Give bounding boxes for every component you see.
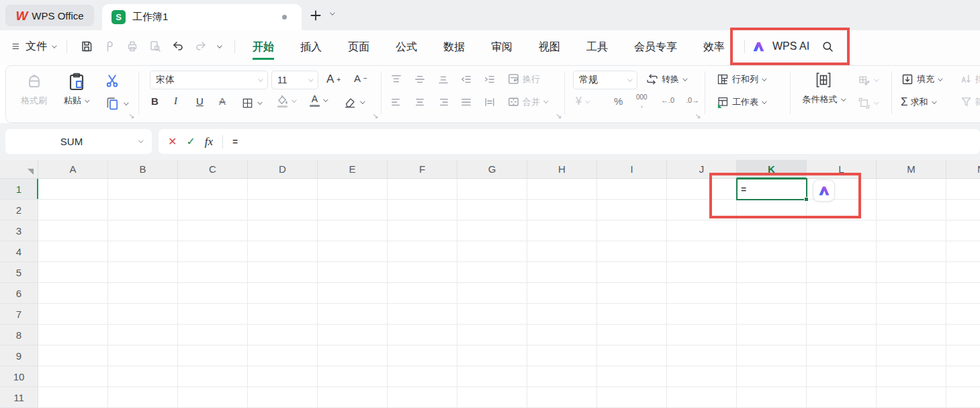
save-button[interactable]	[79, 39, 94, 54]
cell-D4[interactable]	[248, 241, 318, 262]
cell-C4[interactable]	[178, 241, 248, 262]
formula-input[interactable]: ✕ ✓ fx =	[159, 129, 980, 154]
column-header-H[interactable]: H	[527, 160, 597, 179]
distributed-button[interactable]	[484, 97, 496, 108]
row-header-2[interactable]: 2	[0, 200, 38, 220]
cell-K3[interactable]	[737, 220, 807, 241]
undo-button[interactable]	[171, 39, 185, 54]
cell-G1[interactable]	[457, 179, 527, 200]
cell-K2[interactable]	[737, 200, 807, 220]
decrease-font-size-button[interactable]: A−	[354, 73, 367, 84]
clear-button[interactable]	[343, 95, 364, 109]
merge-cells-button[interactable]: 合并	[507, 95, 547, 108]
increase-decimal-button[interactable]: .0→	[686, 97, 699, 105]
cell-J3[interactable]	[667, 220, 737, 241]
cell-K7[interactable]	[737, 304, 807, 325]
cell-F9[interactable]	[388, 345, 457, 366]
cell-F8[interactable]	[388, 325, 457, 345]
increase-font-size-button[interactable]: A+	[326, 73, 341, 86]
cell-style-button[interactable]	[858, 97, 878, 110]
cell-E6[interactable]	[318, 283, 388, 304]
name-box[interactable]: SUM	[5, 129, 152, 154]
cell-F7[interactable]	[388, 304, 457, 325]
cell-K4[interactable]	[737, 241, 807, 262]
cell-M7[interactable]	[877, 304, 946, 325]
cell-C6[interactable]	[178, 283, 248, 304]
cell-J8[interactable]	[667, 325, 737, 345]
column-header-B[interactable]: B	[108, 160, 178, 179]
cell-L10[interactable]	[807, 366, 877, 387]
decrease-indent-button[interactable]	[460, 74, 472, 85]
column-header-A[interactable]: A	[38, 160, 108, 179]
borders-button[interactable]	[241, 97, 261, 110]
cell-J5[interactable]	[667, 262, 737, 283]
cell-G9[interactable]	[457, 345, 527, 366]
cell-E3[interactable]	[318, 220, 388, 241]
cell-C7[interactable]	[178, 304, 248, 325]
cell-G4[interactable]	[457, 241, 527, 262]
cell-F4[interactable]	[388, 241, 457, 262]
cancel-entry-button[interactable]: ✕	[168, 136, 177, 147]
cell-K6[interactable]	[737, 283, 807, 304]
cell-G11[interactable]	[457, 387, 527, 408]
cell-K8[interactable]	[737, 325, 807, 345]
decrease-decimal-button[interactable]: ←.0	[661, 97, 674, 105]
align-right-button[interactable]	[437, 97, 449, 108]
menu-tab-8[interactable]: 工具	[586, 34, 608, 60]
cell-D7[interactable]	[248, 304, 318, 325]
cell-J7[interactable]	[667, 304, 737, 325]
cell-G8[interactable]	[457, 325, 527, 345]
wps-ai-cell-button[interactable]	[813, 179, 835, 202]
new-tab-button[interactable]	[308, 8, 323, 23]
cell-B10[interactable]	[108, 366, 178, 387]
number-dialog-launcher[interactable]: ↘	[695, 112, 701, 120]
align-top-button[interactable]	[390, 74, 402, 85]
cell-J4[interactable]	[667, 241, 737, 262]
justify-button[interactable]	[460, 97, 472, 108]
cell-G7[interactable]	[457, 304, 527, 325]
menu-tab-10[interactable]: 效率	[703, 34, 725, 60]
filter-button[interactable]: 筛	[960, 95, 980, 108]
sum-button[interactable]: Σ 求和	[901, 95, 936, 109]
cell-H2[interactable]	[527, 200, 597, 220]
row-header-6[interactable]: 6	[0, 283, 38, 304]
cell-F10[interactable]	[388, 366, 457, 387]
cell-M3[interactable]	[877, 220, 946, 241]
cell-I2[interactable]	[597, 200, 667, 220]
column-header-M[interactable]: M	[877, 160, 946, 179]
cell-M6[interactable]	[877, 283, 946, 304]
cell-A4[interactable]	[38, 241, 108, 262]
cell-N4[interactable]	[946, 241, 980, 262]
column-header-N[interactable]: N	[946, 160, 980, 179]
cell-D1[interactable]	[248, 179, 318, 200]
cell-D11[interactable]	[248, 387, 318, 408]
cell-F11[interactable]	[388, 387, 457, 408]
font-name-select[interactable]: 宋体	[150, 71, 268, 89]
cell-N2[interactable]	[946, 200, 980, 220]
cell-B2[interactable]	[108, 200, 178, 220]
paste-button[interactable]: 粘贴	[64, 71, 89, 107]
cell-A2[interactable]	[38, 200, 108, 220]
cell-H9[interactable]	[527, 345, 597, 366]
wps-ai-menu-item[interactable]: WPS AI	[772, 40, 809, 52]
sort-button[interactable]: 排	[960, 73, 980, 85]
cell-C3[interactable]	[178, 220, 248, 241]
cell-A1[interactable]	[38, 179, 108, 200]
cell-L4[interactable]	[807, 241, 877, 262]
cell-M1[interactable]	[877, 179, 946, 200]
cell-A7[interactable]	[38, 304, 108, 325]
cell-M8[interactable]	[877, 325, 946, 345]
cell-B11[interactable]	[108, 387, 178, 408]
cell-N7[interactable]	[946, 304, 980, 325]
cell-H3[interactable]	[527, 220, 597, 241]
cell-I8[interactable]	[597, 325, 667, 345]
cell-I6[interactable]	[597, 283, 667, 304]
print-button[interactable]	[125, 39, 140, 54]
cell-N8[interactable]	[946, 325, 980, 345]
percent-format-button[interactable]: %	[614, 95, 623, 107]
row-header-7[interactable]: 7	[0, 304, 38, 325]
number-format-select[interactable]: 常规	[573, 71, 637, 89]
cell-L11[interactable]	[807, 387, 877, 408]
cell-M9[interactable]	[877, 345, 946, 366]
cell-I4[interactable]	[597, 241, 667, 262]
